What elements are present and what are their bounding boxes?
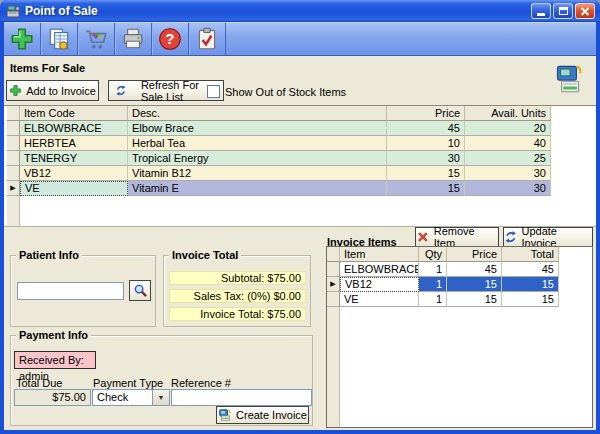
table-row[interactable]: HERBTEAHerbal Tea1040 [7, 136, 552, 151]
table-cell: VB12 [20, 166, 128, 181]
table-cell: 30 [465, 166, 551, 181]
table-cell: 15 [502, 292, 559, 307]
table-cell: 30 [387, 151, 465, 166]
client-area: ? Items For Sale Add to Invoice Refresh … [4, 22, 596, 430]
table-cell: HERBTEA [20, 136, 128, 151]
column-header[interactable]: Price [447, 247, 502, 262]
search-icon [133, 283, 148, 298]
svg-text:?: ? [165, 30, 174, 47]
toolbar-add-button[interactable] [4, 23, 41, 55]
table-cell: VE [340, 292, 419, 307]
row-selector[interactable] [7, 121, 20, 136]
table-cell: 15 [387, 181, 465, 196]
row-selector[interactable] [327, 262, 340, 277]
table-cell: 45 [387, 121, 465, 136]
add-to-invoice-button[interactable]: Add to Invoice [6, 80, 99, 101]
invoice-total-value: Invoice Total: $75.00 [169, 307, 306, 321]
table-cell: 1 [419, 262, 447, 277]
table-cell: 1 [419, 277, 447, 292]
table-cell: 20 [465, 121, 551, 136]
payment-type-select[interactable]: Check ▼ [92, 389, 170, 406]
toolbar-cart-button[interactable] [78, 23, 115, 55]
add-icon [9, 26, 35, 52]
table-cell: ELBOWBRACE [340, 262, 419, 277]
window-title: Point of Sale [25, 4, 531, 18]
reference-label: Reference # [171, 377, 231, 389]
table-cell: 40 [465, 136, 551, 151]
invoice-table-body: ELBOWBRACE14545▶VB1211515VE11515 [327, 262, 560, 307]
row-selector[interactable]: ▶ [7, 181, 20, 196]
close-button[interactable] [575, 3, 595, 19]
column-header[interactable]: Desc. [128, 106, 387, 121]
payment-type-label: Payment Type [93, 377, 163, 389]
table-cell: 15 [502, 277, 559, 292]
table-row[interactable]: ELBOWBRACEElbow Brace4520 [7, 121, 552, 136]
chevron-down-icon[interactable]: ▼ [152, 390, 169, 405]
refresh-icon [115, 83, 127, 98]
row-selector[interactable] [7, 151, 20, 166]
app-icon [5, 3, 21, 19]
toolbar-reports-button[interactable] [41, 23, 78, 55]
items-table-body: ELBOWBRACEElbow Brace4520HERBTEAHerbal T… [7, 121, 552, 196]
refresh-icon [504, 230, 517, 244]
row-selector[interactable] [327, 292, 340, 307]
create-invoice-label: Create Invoice [236, 409, 307, 421]
payment-type-value: Check [93, 390, 152, 405]
reports-icon [46, 26, 72, 52]
received-by-badge: Received By: admin [14, 351, 96, 369]
column-header[interactable]: Item [340, 247, 419, 262]
items-for-sale-title: Items For Sale [10, 62, 85, 74]
table-cell: 30 [465, 181, 551, 196]
add-icon [9, 84, 22, 97]
patient-info-group: Patient Info [10, 255, 156, 327]
total-due-field: $75.00 [14, 389, 91, 406]
toolbar-print-button[interactable] [115, 23, 152, 55]
minimize-icon [537, 13, 545, 16]
table-cell: ELBOWBRACE [20, 121, 128, 136]
table-cell: 45 [447, 262, 502, 277]
toolbar-help-button[interactable]: ? [152, 23, 189, 55]
column-header-selector [7, 106, 20, 121]
maximize-button[interactable] [553, 3, 573, 19]
table-cell: 25 [465, 151, 551, 166]
invoice-total-title: Invoice Total [169, 249, 241, 261]
cart-icon [83, 26, 109, 52]
table-row[interactable]: ELBOWBRACE14545 [327, 262, 560, 277]
create-invoice-button[interactable]: Create Invoice [216, 406, 309, 424]
table-cell: VB12 [340, 277, 419, 292]
table-row[interactable]: ▶VEVitamin E1530 [7, 181, 552, 196]
show-out-of-stock-checkbox[interactable] [207, 85, 220, 98]
patient-search-input[interactable] [17, 282, 124, 300]
table-cell: TENERGY [20, 151, 128, 166]
minimize-button[interactable] [531, 3, 551, 19]
remove-item-button[interactable]: Remove Item [415, 227, 499, 247]
subtotal-value: Subtotal: $75.00 [169, 271, 306, 285]
update-invoice-button[interactable]: Update Invoice [503, 227, 593, 247]
column-header[interactable]: Avail. Units [465, 106, 551, 121]
row-selector[interactable] [7, 136, 20, 151]
column-header[interactable]: Item Code [20, 106, 128, 121]
row-selector[interactable] [7, 166, 20, 181]
row-selector[interactable]: ▶ [327, 277, 340, 292]
payment-info-group: Payment Info Received By: admin Total Du… [10, 335, 313, 426]
column-header[interactable]: Total [502, 247, 559, 262]
toolbar-invoice-button[interactable] [189, 23, 226, 55]
table-row[interactable]: TENERGYTropical Energy3025 [7, 151, 552, 166]
card-terminal-icon [549, 60, 587, 98]
patient-search-button[interactable] [129, 280, 151, 301]
column-header[interactable]: Price [387, 106, 465, 121]
table-cell: 45 [502, 262, 559, 277]
table-row[interactable]: VE11515 [327, 292, 560, 307]
reference-input[interactable] [171, 389, 312, 406]
add-to-invoice-label: Add to Invoice [26, 85, 96, 97]
invoice-total-group: Invoice Total Subtotal: $75.00 Sales Tax… [163, 255, 311, 327]
table-row[interactable]: ▶VB1211515 [327, 277, 560, 292]
payment-info-title: Payment Info [16, 329, 91, 341]
items-for-sale-table: Item CodeDesc.PriceAvail. Units ELBOWBRA… [4, 105, 596, 227]
window-controls [531, 3, 595, 19]
column-header[interactable]: Qty [419, 247, 447, 262]
patient-info-title: Patient Info [16, 249, 82, 261]
help-icon: ? [157, 26, 183, 52]
table-row[interactable]: VB12Vitamin B121530 [7, 166, 552, 181]
close-icon [580, 7, 590, 16]
